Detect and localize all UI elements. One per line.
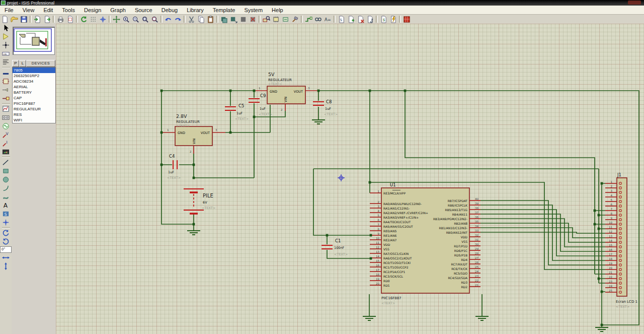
voltage-probe-mode-icon[interactable]: V [1, 130, 11, 139]
export-section-icon[interactable] [42, 15, 52, 23]
connector-j1[interactable]: J1 Ecran LCD 1 <TEXT> 123456789101112131… [605, 172, 637, 309]
rotate-clockwise-icon[interactable] [1, 229, 11, 237]
capacitor-c8[interactable]: C8 1uF <TEXT> [313, 99, 338, 116]
import-section-icon[interactable] [33, 15, 42, 23]
circle-tool-icon[interactable] [1, 175, 11, 184]
capacitor-c5[interactable]: C5 1uF <TEXT> [225, 103, 249, 121]
regulator-5v[interactable]: 5V REGULATEUR <TEXT> GND VOUT VIN 1 3 2 [256, 72, 318, 111]
terminal-mode-icon[interactable] [1, 86, 11, 94]
electrical-rule-check-icon[interactable] [388, 15, 398, 23]
toggle-false-origin-icon[interactable] [98, 15, 108, 23]
zoom-all-icon[interactable] [140, 15, 150, 23]
capacitor-c4[interactable]: C4 1uF <TEXT> [167, 154, 181, 180]
bus-mode-icon[interactable] [1, 69, 11, 77]
new-design-icon[interactable] [0, 15, 10, 23]
center-at-cursor-icon[interactable] [112, 15, 121, 23]
zoom-in-icon[interactable] [121, 15, 131, 23]
netlist-to-ares-icon[interactable] [402, 15, 412, 23]
device-list-item[interactable]: ADC08234 [13, 79, 55, 84]
junction-dot-mode-icon[interactable] [1, 41, 11, 49]
device-list-item[interactable]: RES [13, 112, 55, 117]
rotation-angle-field[interactable]: 0° [0, 246, 12, 253]
bill-of-materials-icon[interactable]: $ [379, 15, 388, 23]
schematic-canvas[interactable]: 2.8V REGULATEUR <TEXT> GND VOUT VIN 1 3 … [56, 24, 644, 334]
menu-tools[interactable]: Tools [57, 6, 79, 14]
block-move-icon[interactable] [229, 15, 238, 23]
search-tag-icon[interactable] [313, 15, 323, 23]
device-list-item[interactable]: AERIAL [13, 84, 55, 90]
block-rotate-icon[interactable] [238, 15, 248, 23]
decompose-icon[interactable] [290, 15, 300, 23]
library-manager-button[interactable]: L [19, 60, 26, 67]
text-script-mode-icon[interactable] [1, 58, 11, 66]
menu-graph[interactable]: Graph [106, 6, 130, 14]
cut-icon[interactable] [187, 15, 196, 23]
pick-parts-button[interactable]: P [12, 60, 19, 67]
remove-sheet-icon[interactable] [356, 15, 365, 23]
tape-recorder-mode-icon[interactable] [1, 113, 11, 122]
redraw-icon[interactable] [79, 15, 89, 23]
menu-help[interactable]: Help [267, 6, 288, 14]
menu-source[interactable]: Source [130, 6, 157, 14]
paste-icon[interactable] [206, 15, 215, 23]
device-list-item[interactable]: 7805 [13, 68, 55, 73]
device-list-item[interactable]: BATTERY [13, 90, 55, 95]
mcu-u1[interactable]: U1 PIIC16F887 <TEXT> 1RE3/MCLR/VPP2RA0/A… [370, 182, 480, 305]
zoom-to-sheet-icon[interactable] [365, 15, 375, 23]
symbol-tool-icon[interactable]: S [1, 210, 11, 218]
mark-output-area-icon[interactable] [65, 15, 75, 23]
device-list-item[interactable]: REGULATEUR [13, 106, 55, 112]
battery-pile[interactable]: PILE 6V <TEXT> [184, 189, 215, 214]
save-design-icon[interactable] [19, 15, 29, 23]
menu-design[interactable]: Design [79, 6, 106, 14]
redo-icon[interactable] [173, 15, 183, 23]
zoom-out-icon[interactable] [131, 15, 140, 23]
text-tool-icon[interactable]: A [1, 201, 11, 210]
menu-edit[interactable]: Edit [39, 6, 57, 14]
regulator-2v8[interactable]: 2.8V REGULATEUR <TEXT> GND VOUT VIN 1 3 … [163, 113, 225, 154]
device-list-item[interactable]: CAP [13, 95, 55, 101]
component-mode-icon[interactable] [1, 32, 11, 41]
menu-template[interactable]: Template [208, 6, 240, 14]
title-bar[interactable]: projet - ISIS Professional [0, 0, 644, 6]
graph-mode-icon[interactable] [1, 105, 11, 113]
path-tool-icon[interactable] [1, 192, 11, 201]
device-pin-mode-icon[interactable] [1, 94, 11, 103]
block-copy-icon[interactable] [219, 15, 229, 23]
arc-tool-icon[interactable] [1, 184, 11, 192]
new-sheet-icon[interactable] [346, 15, 356, 23]
block-delete-icon[interactable] [248, 15, 258, 23]
menu-system[interactable]: System [239, 6, 267, 14]
wire-autorouter-icon[interactable] [304, 15, 313, 23]
mirror-vertical-icon[interactable] [1, 262, 11, 271]
close-button[interactable] [628, 1, 641, 5]
capacitor-c1[interactable]: C1 100nF <TEXT> [321, 238, 348, 256]
mirror-horizontal-icon[interactable] [1, 253, 11, 262]
menu-view[interactable]: View [18, 6, 39, 14]
current-probe-mode-icon[interactable]: I [1, 139, 11, 148]
menu-file[interactable]: File [0, 6, 18, 14]
rotate-anticlockwise-icon[interactable] [1, 237, 11, 246]
subcircuit-mode-icon[interactable] [1, 77, 11, 86]
pick-device-icon[interactable] [262, 15, 271, 23]
undo-icon[interactable] [164, 15, 173, 23]
device-list-item[interactable]: PIIC16F887 [13, 101, 55, 106]
print-icon[interactable] [56, 15, 65, 23]
box-tool-icon[interactable] [1, 167, 11, 175]
device-list-item[interactable]: WIFI [13, 117, 55, 123]
zoom-area-icon[interactable] [150, 15, 159, 23]
toggle-grid-icon[interactable] [89, 15, 98, 23]
generator-mode-icon[interactable] [1, 122, 11, 130]
selection-pointer-icon[interactable] [1, 24, 11, 32]
make-device-icon[interactable] [271, 15, 281, 23]
copy-icon[interactable] [196, 15, 206, 23]
design-explorer-icon[interactable]: S [337, 15, 346, 23]
overview-minimap[interactable] [13, 27, 55, 55]
open-design-icon[interactable] [10, 15, 19, 23]
packaging-tool-icon[interactable] [281, 15, 290, 23]
menu-debug[interactable]: Debug [157, 6, 182, 14]
property-assignment-icon[interactable]: A= [323, 15, 333, 23]
wire-label-mode-icon[interactable]: LBL [1, 49, 11, 58]
marker-tool-icon[interactable] [1, 218, 11, 227]
menu-library[interactable]: Library [182, 6, 208, 14]
